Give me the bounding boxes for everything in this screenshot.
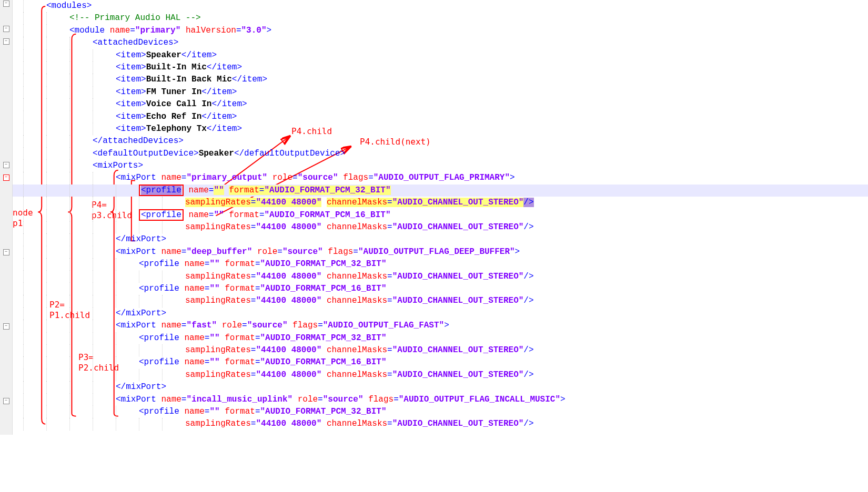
fold-gutter: −−−−−−−− (0, 0, 13, 435)
code-line[interactable]: <module name="primary" halVersion="3.0"> (13, 25, 868, 37)
code-line[interactable]: <mixPorts> (13, 160, 868, 172)
code-line[interactable]: <item>Voice Call In</item> (13, 98, 868, 110)
code-line[interactable]: samplingRates="44100 48000" channelMasks… (13, 221, 868, 233)
fold-toggle-icon[interactable]: − (3, 1, 9, 7)
code-line[interactable]: </mixPort> (13, 233, 868, 245)
code-line[interactable]: <mixPort name="primary_output" role="sou… (13, 172, 868, 184)
code-line[interactable]: <item>Built-In Back Mic</item> (13, 74, 868, 86)
code-line[interactable]: <defaultOutputDevice>Speaker</defaultOut… (13, 148, 868, 160)
code-line[interactable]: samplingRates="44100 48000" channelMasks… (13, 344, 868, 356)
code-editor: −−−−−−−− node p1 P2= P1.child P3= P2 (0, 0, 868, 435)
code-line[interactable]: <item>Echo Ref In</item> (13, 111, 868, 123)
code-line[interactable]: samplingRates="44100 48000" channelMasks… (13, 197, 868, 209)
code-line[interactable]: <profile name="" format="AUDIO_FORMAT_PC… (13, 406, 868, 418)
code-area[interactable]: node p1 P2= P1.child P3= P2.child P4= p3… (13, 0, 868, 435)
code-line[interactable]: samplingRates="44100 48000" channelMasks… (13, 369, 868, 381)
fold-toggle-icon[interactable]: − (3, 249, 9, 255)
fold-toggle-icon[interactable]: − (3, 175, 9, 181)
code-line[interactable]: <profile name="" format="AUDIO_FORMAT_PC… (13, 184, 868, 197)
code-line[interactable]: <profile name="" format="AUDIO_FORMAT_PC… (13, 283, 868, 295)
code-line[interactable]: <item>Built-In Mic</item> (13, 62, 868, 74)
code-line[interactable]: <!-- Primary Audio HAL --> (13, 12, 868, 24)
code-line[interactable]: <profile name="" format="AUDIO_FORMAT_PC… (13, 332, 868, 344)
code-line[interactable]: <mixPort name="incall_music_uplink" role… (13, 394, 868, 406)
code-line[interactable]: <profile name="" format="AUDIO_FORMAT_PC… (13, 356, 868, 368)
code-line[interactable]: <item>Telephony Tx</item> (13, 123, 868, 135)
code-line[interactable]: <mixPort name="fast" role="source" flags… (13, 320, 868, 332)
code-line[interactable]: <profile name="" format="AUDIO_FORMAT_PC… (13, 209, 868, 221)
code-line[interactable]: </mixPort> (13, 308, 868, 320)
code-line[interactable]: samplingRates="44100 48000" channelMasks… (13, 295, 868, 307)
code-line[interactable]: <attachedDevices> (13, 37, 868, 49)
fold-toggle-icon[interactable]: − (3, 398, 9, 404)
fold-toggle-icon[interactable]: − (3, 162, 9, 168)
selection-box: <profile (139, 184, 184, 196)
code-line[interactable]: <item>Speaker</item> (13, 49, 868, 62)
code-line[interactable]: samplingRates="44100 48000" channelMasks… (13, 271, 868, 283)
selection-box: <profile (139, 209, 184, 221)
code-line[interactable]: <mixPort name="deep_buffer" role="source… (13, 246, 868, 258)
fold-toggle-icon[interactable]: − (3, 26, 9, 32)
code-line[interactable]: <item>FM Tuner In</item> (13, 86, 868, 98)
fold-toggle-icon[interactable]: − (3, 38, 9, 45)
code-line[interactable]: samplingRates="44100 48000" channelMasks… (13, 418, 868, 430)
code-line[interactable]: </mixPort> (13, 381, 868, 393)
code-line[interactable]: </attachedDevices> (13, 135, 868, 147)
fold-toggle-icon[interactable]: − (3, 323, 9, 330)
code-line[interactable]: <profile name="" format="AUDIO_FORMAT_PC… (13, 258, 868, 270)
code-line[interactable]: <modules> (13, 0, 868, 12)
